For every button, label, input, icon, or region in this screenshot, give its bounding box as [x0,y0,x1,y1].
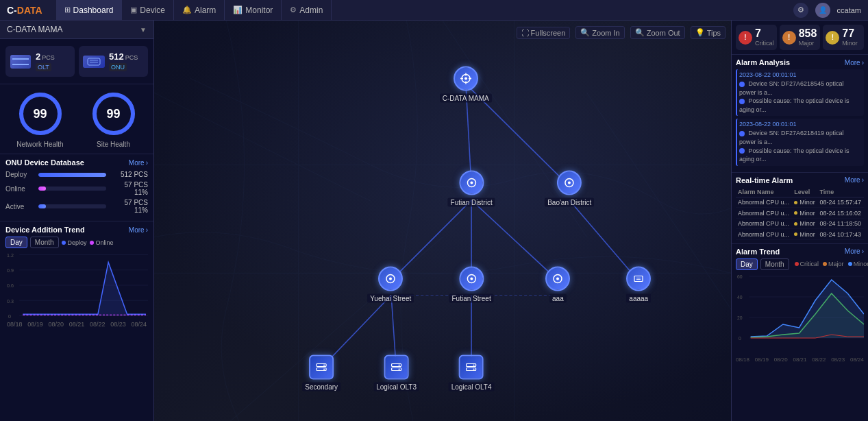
site-name: C-DATA MAMA [7,25,63,34]
trend-month-button[interactable]: Month [30,237,59,248]
major-alert-box: ! 858 Major [780,25,821,50]
level-indicator [794,222,797,226]
olt-device-icon [10,53,32,70]
alarm-table-row[interactable]: Abnormal CPU u... Minor08-24 15:57:47 [736,197,864,208]
site-selector[interactable]: C-DATA MAMA ▼ [0,21,153,39]
onu-db-title: ONU Device Database [5,158,84,167]
node-futian-district[interactable]: Futian District [448,171,495,207]
secondary-icon [309,354,334,379]
major-icon: ! [782,31,796,45]
major-label: Major [799,40,817,47]
site-health-label: Site Health [97,141,130,148]
node-secondary[interactable]: Secondary [302,354,340,391]
node-baoan-district[interactable]: Bao'an District [545,171,594,207]
zoom-in-button[interactable]: 🔍 Zoom In [575,26,624,39]
tips-icon: 💡 [695,28,705,37]
alarm-text-2b: Possible cause: The optical device is ag… [739,147,862,164]
level-indicator [794,201,797,204]
device-addition-trend: Device Addition Trend More › Day Month D… [0,221,153,421]
network-health-value: 99 [33,107,47,121]
map-center: C-DATA MAMA Futian District Bao'an Distr… [154,21,731,421]
avatar: 👤 [815,3,830,18]
onu-count: 512 [109,51,124,62]
active-bar-row: Active 57 PCS 11% [5,199,148,214]
major-legend-dot [823,262,827,266]
onu-db-more[interactable]: More › [129,159,148,167]
x-label-3: 08/20 [48,321,64,328]
svg-line-24 [226,237,443,421]
alarm-table-row[interactable]: Abnormal CPU u... Minor08-24 11:18:50 [736,218,864,229]
trend-chart: 1.2 0.9 0.6 0.3 0 [5,251,148,320]
alarm-trend-month-button[interactable]: Month [760,258,789,270]
x-label-7: 08/24 [131,321,147,328]
alarm-trend-more[interactable]: More › [845,248,864,255]
yuehai-street-icon [378,267,403,291]
alarm-trend-day-button[interactable]: Day [736,258,758,270]
zoom-out-button[interactable]: 🔍 Zoom Out [630,26,685,39]
alarm-table-row[interactable]: Abnormal CPU u... Minor08-24 15:16:02 [736,208,864,219]
node-logical-olt4[interactable]: Logical OLT4 [449,354,495,391]
trend-more[interactable]: More › [129,226,148,234]
node-logical-olt3[interactable]: Logical OLT3 [373,354,419,391]
minor-legend: Minor [848,261,868,267]
svg-point-62 [399,368,400,370]
onu-stat: 512 PCS ONU [79,46,148,77]
onu-device-database: ONU Device Database More › Deploy 512 PC… [0,154,153,221]
nav-monitor[interactable]: 📊 Monitor [225,0,282,21]
level-badge: Minor [794,220,815,227]
nav-alarm[interactable]: 🔔 Alarm [174,0,225,21]
tips-button[interactable]: 💡 Tips [691,26,726,39]
online-legend-label: Online [96,239,114,246]
nav-dashboard-label: Dashboard [73,5,114,15]
right-panel: ! 7 Critical ! 858 Major ! 77 Minor [731,21,868,421]
logical-olt4-icon [459,354,484,379]
deploy-legend-label: Deploy [68,239,87,246]
svg-text:1.2: 1.2 [7,252,14,258]
x-label-1: 08/18 [7,321,23,328]
chevron-down-icon: ▼ [140,26,147,34]
minor-legend-dot [848,262,852,266]
realtime-alarm-more[interactable]: More › [845,176,864,184]
nav-device[interactable]: ▣ Device [122,0,174,21]
node-aaa[interactable]: aaa [545,267,570,303]
fullscreen-button[interactable]: ⛶ Fullscreen [517,27,571,39]
aaa-label: aaa [549,294,567,303]
site-health-value: 99 [106,107,120,121]
svg-point-43 [470,182,473,184]
node-cdatamama[interactable]: C-DATA MAMA [440,67,492,103]
critical-legend-dot [795,262,799,266]
aaaaa-icon [626,267,651,291]
minor-icon: ! [826,31,839,45]
node-futian-street[interactable]: Futian Street [449,267,493,303]
active-label: Active [5,203,34,210]
node-yuehai-street[interactable]: Yuehai Street [367,267,414,303]
major-info: 858 Major [799,28,817,47]
alarm-table-row[interactable]: Abnormal CPU u... Minor08-24 10:17:43 [736,229,864,240]
deploy-label: Deploy [5,171,34,178]
onu-device-icon [83,53,105,70]
critical-legend: Critical [795,261,819,267]
trend-header: Device Addition Trend More › [5,226,148,234]
alarm-dot-1b [739,99,745,104]
alarm-entry-2: 2023-08-22 00:01:01 Device SN: DF27A6218… [736,119,864,165]
alarm-x-6: 08/23 [831,357,845,363]
nav-admin[interactable]: ⚙ Admin [282,0,332,21]
settings-button[interactable]: ⚙ [793,3,808,18]
svg-point-47 [389,278,392,280]
alarm-dot-2a [739,131,745,136]
deploy-legend: Deploy [62,239,87,246]
app-logo: C-DATA [7,5,42,16]
device-stats: 2 PCS OLT [0,39,153,84]
logical-olt3-label: Logical OLT3 [373,382,419,391]
svg-text:0: 0 [8,313,11,319]
x-label-5: 08/22 [90,321,106,328]
alarm-analysis-more[interactable]: More › [845,59,864,67]
trend-day-button[interactable]: Day [5,237,27,248]
node-aaaaa[interactable]: aaaaa [626,267,651,303]
chevron-right-icon-5: › [862,248,864,255]
alarm-x-5: 08/22 [812,357,826,363]
olt-stat: 2 PCS OLT [5,46,75,77]
nav-dashboard[interactable]: ⊞ Dashboard [56,0,123,21]
alarm-x-4: 08/21 [793,357,806,363]
svg-point-61 [399,364,400,365]
